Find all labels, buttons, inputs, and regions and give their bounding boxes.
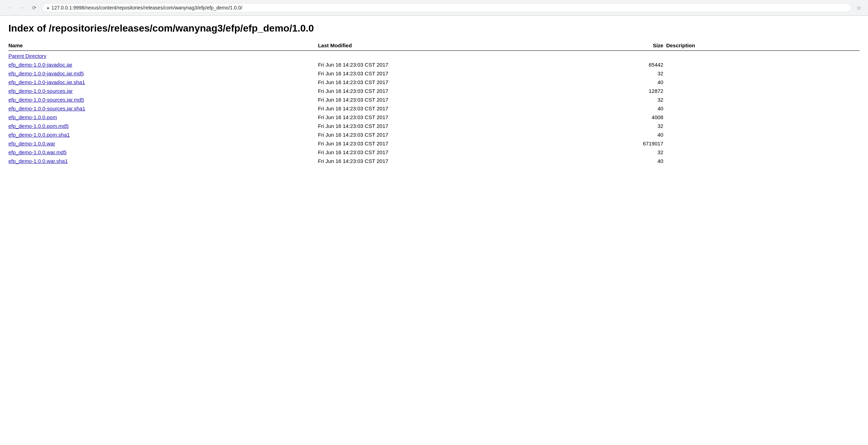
file-size-cell: 32 bbox=[569, 69, 666, 78]
table-row: efp_demo-1.0.0-sources.jar.sha1Fri Jun 1… bbox=[8, 104, 860, 113]
back-button[interactable]: ← bbox=[4, 3, 14, 13]
table-row: efp_demo-1.0.0-sources.jarFri Jun 16 14:… bbox=[8, 87, 860, 95]
parent-directory-cell: Parent Directory bbox=[8, 51, 318, 61]
file-size-cell: 32 bbox=[569, 122, 666, 130]
file-name-cell: efp_demo-1.0.0.war.sha1 bbox=[8, 157, 318, 165]
file-modified-cell: Fri Jun 16 14:23:03 CST 2017 bbox=[318, 104, 569, 113]
parent-modified-cell bbox=[318, 51, 569, 61]
file-description-cell bbox=[666, 113, 860, 122]
table-row: efp_demo-1.0.0.pom.md5Fri Jun 16 14:23:0… bbox=[8, 122, 860, 130]
file-name-cell: efp_demo-1.0.0-javadoc.jar.md5 bbox=[8, 69, 318, 78]
file-link[interactable]: efp_demo-1.0.0-javadoc.jar.sha1 bbox=[8, 79, 85, 85]
file-table: Name Last Modified Size Description Pare… bbox=[8, 41, 860, 165]
file-size-cell: 40 bbox=[569, 130, 666, 139]
file-modified-cell: Fri Jun 16 14:23:03 CST 2017 bbox=[318, 157, 569, 165]
refresh-button[interactable]: ⟳ bbox=[29, 3, 39, 13]
browser-chrome: ← → ⟳ ● ☆ bbox=[0, 0, 868, 16]
table-row: efp_demo-1.0.0.pom.sha1Fri Jun 16 14:23:… bbox=[8, 130, 860, 139]
file-modified-cell: Fri Jun 16 14:23:03 CST 2017 bbox=[318, 78, 569, 87]
file-modified-cell: Fri Jun 16 14:23:03 CST 2017 bbox=[318, 60, 569, 69]
file-size-cell: 32 bbox=[569, 148, 666, 157]
file-name-cell: efp_demo-1.0.0-javadoc.jar.sha1 bbox=[8, 78, 318, 87]
table-row: efp_demo-1.0.0-sources.jar.md5Fri Jun 16… bbox=[8, 95, 860, 104]
parent-directory-row: Parent Directory bbox=[8, 51, 860, 61]
header-last-modified: Last Modified bbox=[318, 41, 569, 51]
address-bar[interactable] bbox=[52, 5, 847, 11]
file-name-cell: efp_demo-1.0.0.war.md5 bbox=[8, 148, 318, 157]
file-link[interactable]: efp_demo-1.0.0-sources.jar.md5 bbox=[8, 97, 84, 103]
table-row: efp_demo-1.0.0.war.sha1Fri Jun 16 14:23:… bbox=[8, 157, 860, 165]
file-link[interactable]: efp_demo-1.0.0.pom bbox=[8, 114, 57, 120]
file-modified-cell: Fri Jun 16 14:23:03 CST 2017 bbox=[318, 122, 569, 130]
table-row: efp_demo-1.0.0-javadoc.jarFri Jun 16 14:… bbox=[8, 60, 860, 69]
file-modified-cell: Fri Jun 16 14:23:03 CST 2017 bbox=[318, 130, 569, 139]
file-link[interactable]: efp_demo-1.0.0.war bbox=[8, 141, 55, 146]
file-name-cell: efp_demo-1.0.0-javadoc.jar bbox=[8, 60, 318, 69]
file-description-cell bbox=[666, 69, 860, 78]
table-row: efp_demo-1.0.0.war.md5Fri Jun 16 14:23:0… bbox=[8, 148, 860, 157]
file-modified-cell: Fri Jun 16 14:23:03 CST 2017 bbox=[318, 87, 569, 95]
file-description-cell bbox=[666, 157, 860, 165]
file-size-cell: 40 bbox=[569, 78, 666, 87]
file-size-cell: 4008 bbox=[569, 113, 666, 122]
header-name: Name bbox=[8, 41, 318, 51]
file-description-cell bbox=[666, 130, 860, 139]
file-link[interactable]: efp_demo-1.0.0.pom.sha1 bbox=[8, 132, 70, 138]
file-description-cell bbox=[666, 122, 860, 130]
header-description: Description bbox=[666, 41, 860, 51]
file-name-cell: efp_demo-1.0.0-sources.jar bbox=[8, 87, 318, 95]
lock-icon: ● bbox=[47, 5, 49, 11]
header-size: Size bbox=[569, 41, 666, 51]
file-modified-cell: Fri Jun 16 14:23:03 CST 2017 bbox=[318, 139, 569, 148]
file-size-cell: 65442 bbox=[569, 60, 666, 69]
parent-directory-link[interactable]: Parent Directory bbox=[8, 53, 46, 59]
file-description-cell bbox=[666, 104, 860, 113]
table-row: efp_demo-1.0.0-javadoc.jar.sha1Fri Jun 1… bbox=[8, 78, 860, 87]
forward-button[interactable]: → bbox=[17, 3, 27, 13]
file-name-cell: efp_demo-1.0.0.pom.md5 bbox=[8, 122, 318, 130]
page-title: Index of /repositories/releases/com/wany… bbox=[8, 23, 860, 34]
file-name-cell: efp_demo-1.0.0-sources.jar.md5 bbox=[8, 95, 318, 104]
table-row: efp_demo-1.0.0.warFri Jun 16 14:23:03 CS… bbox=[8, 139, 860, 148]
file-link[interactable]: efp_demo-1.0.0-javadoc.jar.md5 bbox=[8, 70, 84, 76]
file-name-cell: efp_demo-1.0.0-sources.jar.sha1 bbox=[8, 104, 318, 113]
file-description-cell bbox=[666, 60, 860, 69]
file-modified-cell: Fri Jun 16 14:23:03 CST 2017 bbox=[318, 69, 569, 78]
file-modified-cell: Fri Jun 16 14:23:03 CST 2017 bbox=[318, 113, 569, 122]
file-link[interactable]: efp_demo-1.0.0-sources.jar bbox=[8, 88, 73, 94]
file-link[interactable]: efp_demo-1.0.0.war.sha1 bbox=[8, 158, 68, 164]
file-description-cell bbox=[666, 148, 860, 157]
table-row: efp_demo-1.0.0-javadoc.jar.md5Fri Jun 16… bbox=[8, 69, 860, 78]
file-link[interactable]: efp_demo-1.0.0.pom.md5 bbox=[8, 123, 69, 129]
file-size-cell: 40 bbox=[569, 104, 666, 113]
file-link[interactable]: efp_demo-1.0.0-javadoc.jar bbox=[8, 62, 73, 68]
page-content: Index of /repositories/releases/com/wany… bbox=[0, 16, 868, 172]
file-link[interactable]: efp_demo-1.0.0-sources.jar.sha1 bbox=[8, 105, 85, 111]
file-size-cell: 6719017 bbox=[569, 139, 666, 148]
file-modified-cell: Fri Jun 16 14:23:03 CST 2017 bbox=[318, 148, 569, 157]
bookmark-button[interactable]: ☆ bbox=[854, 3, 864, 13]
file-description-cell bbox=[666, 87, 860, 95]
file-description-cell bbox=[666, 139, 860, 148]
address-bar-container: ● bbox=[42, 3, 851, 12]
table-header-row: Name Last Modified Size Description bbox=[8, 41, 860, 51]
parent-size-cell bbox=[569, 51, 666, 61]
browser-toolbar: ← → ⟳ ● ☆ bbox=[0, 0, 868, 15]
file-description-cell bbox=[666, 78, 860, 87]
file-size-cell: 32 bbox=[569, 95, 666, 104]
file-modified-cell: Fri Jun 16 14:23:03 CST 2017 bbox=[318, 95, 569, 104]
file-size-cell: 12872 bbox=[569, 87, 666, 95]
file-size-cell: 40 bbox=[569, 157, 666, 165]
file-description-cell bbox=[666, 95, 860, 104]
file-name-cell: efp_demo-1.0.0.war bbox=[8, 139, 318, 148]
file-name-cell: efp_demo-1.0.0.pom bbox=[8, 113, 318, 122]
file-link[interactable]: efp_demo-1.0.0.war.md5 bbox=[8, 149, 67, 155]
parent-description-cell bbox=[666, 51, 860, 61]
file-name-cell: efp_demo-1.0.0.pom.sha1 bbox=[8, 130, 318, 139]
table-row: efp_demo-1.0.0.pomFri Jun 16 14:23:03 CS… bbox=[8, 113, 860, 122]
